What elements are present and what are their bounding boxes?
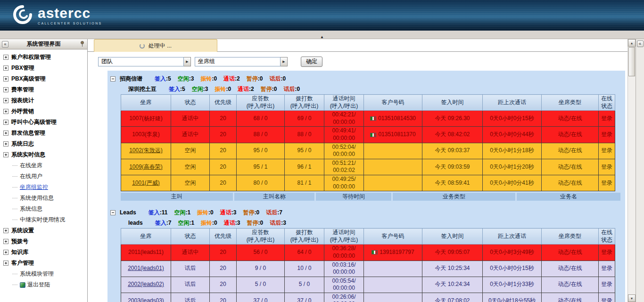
online-status-cell[interactable]: 登录 <box>599 261 615 277</box>
sidebar-item-label: 系统日志 <box>11 140 34 148</box>
plus-icon[interactable] <box>3 87 8 92</box>
plus-icon[interactable] <box>3 250 8 255</box>
scroll-up-button[interactable] <box>628 39 636 47</box>
sidebar-item-label: 系统实时信息 <box>11 151 45 159</box>
agent-row[interactable]: 2011(leads11) 通话中 20 56 / 0 64 / 0 00:36… <box>121 245 615 261</box>
plus-icon[interactable] <box>3 239 8 244</box>
tab-processing[interactable]: 处理中 ... <box>94 39 217 52</box>
sidebar-item-logout[interactable]: 退出登陆 <box>0 279 87 290</box>
confirm-button[interactable]: 确定 <box>301 57 322 67</box>
scroll-down-button[interactable] <box>628 294 636 302</box>
answered-cell: 5 / 0 <box>237 277 285 293</box>
collapse-group-icon[interactable] <box>110 210 116 215</box>
agent-row[interactable]: 2002(leads02) 话后 20 5 / 0 5 / 0 00:05:54… <box>121 277 615 293</box>
plus-icon[interactable] <box>3 109 8 114</box>
pin-icon[interactable] <box>79 41 85 47</box>
plus-icon[interactable] <box>3 120 8 125</box>
sidebar-item-label: 呼叫中心高级管理 <box>11 118 57 126</box>
sidebar-item-online-users[interactable]: 在线用户 <box>0 171 87 182</box>
agent-link[interactable]: 2003(leads03) <box>128 297 164 302</box>
sidebar-item-system-info[interactable]: 系统信息 <box>0 204 87 214</box>
plus-icon[interactable] <box>3 98 8 103</box>
online-status-cell[interactable]: 登录 <box>599 111 615 127</box>
collapse-up-icon[interactable] <box>320 32 324 40</box>
agent-group-select-arrow-icon[interactable] <box>281 57 288 66</box>
signin-time-cell: 今天 09:03:37 <box>422 143 483 159</box>
talktime-cell: 00:05:54/ 00:00:00 <box>324 277 364 293</box>
plus-icon[interactable] <box>3 228 8 233</box>
agent-row[interactable]: 2001(leads01) 话后 20 9 / 0 10 / 0 00:03:1… <box>121 261 615 277</box>
sidebar-item-system-usage[interactable]: 系统使用信息 <box>0 193 87 204</box>
table-header-row: 坐席 状态 优先级 应答数(呼入/呼出) 拨打数(呼入/呼出) 通话时间(呼入/… <box>121 229 615 245</box>
agent-link[interactable]: 2002(leads02) <box>128 281 164 287</box>
sidebar-item-callcenter-advanced[interactable]: 呼叫中心高级管理 <box>0 117 87 128</box>
sidebar-item-pbx-advanced[interactable]: PBX高级管理 <box>0 73 87 84</box>
talktime-cell: 00:42:21/ 00:00:00 <box>324 111 364 127</box>
sidebar-item-system-log[interactable]: 系统日志 <box>0 139 87 149</box>
collapse-group-icon[interactable] <box>110 76 116 82</box>
agent-link[interactable]: 2011(leads11) <box>128 249 164 255</box>
answered-cell: 68 / 0 <box>237 111 285 127</box>
agent-link[interactable]: 1007(杨好婕) <box>129 115 163 122</box>
plus-icon[interactable] <box>3 131 8 136</box>
sidebar-item-realtime-info[interactable]: 系统实时信息 <box>0 149 87 160</box>
content-scrollbar[interactable] <box>627 39 636 302</box>
sidebar-collapse-button[interactable] <box>2 41 8 48</box>
sidebar-item-customer-mgmt[interactable]: 客户管理 <box>0 258 87 269</box>
team-select[interactable]: 团队 <box>98 57 191 66</box>
online-status-cell[interactable]: 登录 <box>599 127 615 143</box>
plus-icon[interactable] <box>3 76 8 82</box>
sidebar-item-knowledge-base[interactable]: 知识库 <box>0 247 87 258</box>
sidebar-item-report[interactable]: 报表统计 <box>0 95 87 106</box>
online-status-cell[interactable]: 登录 <box>599 175 615 191</box>
agent-link[interactable]: 2001(leads01) <box>128 265 164 271</box>
agent-row[interactable]: 1001(严威) 空闲 20 80 / 0 81 / 1 00:49:25/ 0… <box>121 175 615 191</box>
agent-link[interactable]: 1009(高春荣) <box>129 163 163 170</box>
agent-row[interactable]: 1003(李泉) 通话中 20 88 / 0 88 / 0 00:49:41/ … <box>121 127 615 143</box>
plus-icon[interactable] <box>3 65 8 71</box>
sidebar-item-system-module[interactable]: 系统模块管理 <box>0 269 87 279</box>
agent-row[interactable]: 1009(高春荣) 空闲 20 95 / 1 96 / 1 00:51:21/ … <box>121 159 615 175</box>
sidebar-item-bulk-message[interactable]: 群发信息管理 <box>0 128 87 139</box>
online-status-cell[interactable]: 登录 <box>599 245 615 261</box>
agent-link[interactable]: 1002(朱致远) <box>129 147 163 154</box>
sidebar-item-pbx[interactable]: PBX管理 <box>0 63 87 73</box>
col-header-status: 状态 <box>171 95 210 111</box>
sidebar-item-label: PBX管理 <box>11 64 34 72</box>
signin-time-cell: 今天 10:25:34 <box>422 261 483 277</box>
team-select-value[interactable]: 团队 <box>98 57 184 66</box>
stat-signin: 签入5 <box>155 75 171 83</box>
sidebar-item-online-agents[interactable]: 在线坐席 <box>0 160 87 171</box>
answered-cell: 88 / 0 <box>237 127 285 143</box>
sidebar-item-rate[interactable]: 费率管理 <box>0 84 87 95</box>
online-status-cell[interactable]: 登录 <box>599 293 615 302</box>
agent-group-select-value[interactable]: 坐席组 <box>195 57 281 66</box>
sidebar-item-account-permission[interactable]: 账户和权限管理 <box>0 52 87 63</box>
team-select-arrow-icon[interactable] <box>184 57 191 66</box>
sidebar-item-predial[interactable]: 预拨号 <box>0 236 87 247</box>
sidebar-item-agent-group-monitor[interactable]: 坐席组监控 <box>0 182 87 193</box>
customer-number: 013510811370 <box>378 131 415 138</box>
right-panel-collapse-button[interactable] <box>637 41 644 47</box>
plus-icon[interactable] <box>3 152 8 157</box>
online-status-cell[interactable]: 登录 <box>599 159 615 175</box>
sidebar-item-trunk-usage[interactable]: 中继实时使用情况 <box>0 214 87 225</box>
agent-link[interactable]: 1003(李泉) <box>132 131 160 138</box>
col-header-last-call: 距上次通话 <box>483 229 542 245</box>
agent-group-select[interactable]: 坐席组 <box>195 57 288 66</box>
plus-icon[interactable] <box>3 141 8 147</box>
plus-icon[interactable] <box>3 261 8 266</box>
sidebar-item-system-settings[interactable]: 系统设置 <box>0 225 87 236</box>
online-status-cell[interactable]: 登录 <box>599 143 615 159</box>
brand-tagline: CALLCENTER SOLUTIONS <box>38 22 102 25</box>
plus-icon[interactable] <box>3 55 8 60</box>
agent-row[interactable]: 1002(朱致远) 空闲 20 95 / 0 95 / 0 00:52:04/ … <box>121 143 615 159</box>
scroll-thumb[interactable] <box>628 47 635 76</box>
agent-row[interactable]: 1007(杨好婕) 通话中 20 68 / 0 69 / 0 00:42:21/… <box>121 111 615 127</box>
priority-cell: 20 <box>210 261 237 277</box>
agent-row[interactable]: 2003(leads03) 话后 20 37 / 0 37 / 0 00:26:… <box>121 293 615 302</box>
agent-link[interactable]: 1001(严威) <box>132 180 160 186</box>
sidebar-item-outbound[interactable]: 外呼营销 <box>0 106 87 117</box>
online-status-cell[interactable]: 登录 <box>599 277 615 293</box>
last-call-cell: 0天0小时0分41秒 <box>483 175 542 191</box>
